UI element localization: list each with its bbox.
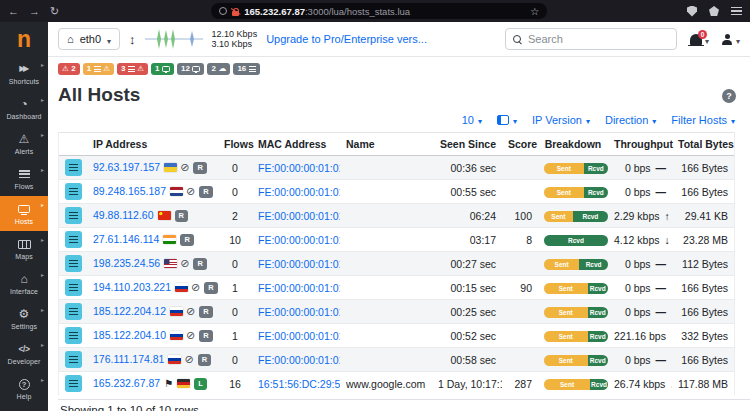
sidebar-item-alerts[interactable]: ⚠Alerts▸ xyxy=(0,126,48,161)
mac-link[interactable]: FE:00:00:00:01:01 xyxy=(258,162,340,174)
insecure-lock-icon[interactable] xyxy=(232,11,239,16)
ip-link[interactable]: 92.63.197.157 xyxy=(93,161,160,173)
remote-host-badge[interactable]: R xyxy=(199,306,212,318)
extension-icon[interactable] xyxy=(709,6,719,16)
search-box[interactable] xyxy=(505,28,677,50)
mac-link[interactable]: FE:00:00:00:01:01 xyxy=(258,282,340,294)
status-badge[interactable]: 16 xyxy=(233,63,259,75)
ip-link[interactable]: 194.110.203.221 xyxy=(93,281,171,293)
interface-select[interactable]: ⌂ eth0 xyxy=(58,28,120,50)
permissions-icon[interactable] xyxy=(219,7,227,15)
host-details-button[interactable] xyxy=(65,207,82,224)
host-details-button[interactable] xyxy=(65,351,82,368)
host-details-button[interactable] xyxy=(65,303,82,320)
column-header-breakdown[interactable]: Breakdown xyxy=(538,133,608,156)
notifications-button[interactable]: 0 xyxy=(690,30,709,48)
upgrade-link[interactable]: Upgrade to Pro/Enterprise vers... xyxy=(266,33,427,45)
ntopng-logo[interactable]: n xyxy=(0,22,48,56)
mac-link[interactable]: FE:00:00:00:01:01 xyxy=(258,330,340,342)
chevron-right-icon: ▸ xyxy=(41,201,44,208)
mac-link[interactable]: FE:00:00:00:01:01 xyxy=(258,210,340,222)
column-header-score[interactable]: Score xyxy=(502,133,538,156)
filter-hosts[interactable]: Filter Hosts xyxy=(671,114,735,126)
sidebar-item-settings[interactable]: ⚙Settings▸ xyxy=(0,301,48,336)
status-badge[interactable]: 3⚠ xyxy=(117,63,148,75)
forward-icon[interactable]: → xyxy=(29,6,40,17)
sidebar-item-developer[interactable]: </>Developer▸ xyxy=(0,336,48,371)
column-header-throughput[interactable]: Throughput xyxy=(608,133,672,156)
host-details-button[interactable] xyxy=(65,279,82,296)
sidebar-item-help[interactable]: ?Help▸ xyxy=(0,371,48,406)
back-icon[interactable]: ← xyxy=(8,6,19,17)
alert-flag-icon: ⚑ xyxy=(164,378,173,389)
mac-link[interactable]: FE:00:00:00:01:01 xyxy=(258,186,340,198)
host-details-button[interactable] xyxy=(65,255,82,272)
column-header-name[interactable]: Name xyxy=(340,133,432,156)
mac-link[interactable]: FE:00:00:00:01:01 xyxy=(258,234,340,246)
sidebar-item-flows[interactable]: Flows▸ xyxy=(0,161,48,196)
remote-host-badge[interactable]: R xyxy=(180,234,193,246)
mac-link[interactable]: 16:51:56:DC:29:53 xyxy=(258,378,340,390)
sidebar-item-hosts[interactable]: Hosts▸ xyxy=(0,196,48,231)
ip-version-filter[interactable]: IP Version xyxy=(532,114,590,126)
status-badge[interactable]: 12 xyxy=(177,63,204,75)
ip-link[interactable]: 27.61.146.114 xyxy=(93,233,159,245)
remote-host-badge[interactable]: R xyxy=(198,354,211,366)
mac-link[interactable]: FE:00:00:00:01:01 xyxy=(258,354,340,366)
breakdown-bar: SentRcvd xyxy=(544,163,608,174)
host-details-button[interactable] xyxy=(65,231,82,248)
ip-link[interactable]: 89.248.165.187 xyxy=(93,185,166,197)
reload-icon[interactable]: ↻ xyxy=(50,6,59,17)
direction-filter[interactable]: Direction xyxy=(605,114,656,126)
remote-host-badge[interactable]: R xyxy=(199,330,212,342)
search-input[interactable] xyxy=(528,33,669,45)
ip-link[interactable]: 176.111.174.81 xyxy=(93,353,164,365)
column-header-flows[interactable]: Flows xyxy=(218,133,252,156)
url-bar[interactable]: 165.232.67.87:3000/lua/hosts_stats.lua ☆ xyxy=(211,3,547,19)
host-details-button[interactable] xyxy=(65,159,82,176)
list-icon xyxy=(69,332,78,339)
status-badge[interactable]: ⚠2 xyxy=(58,63,80,75)
seen-since-cell: 1 Day, 10:17:11 xyxy=(432,372,502,396)
badge-count: 3 xyxy=(121,65,125,73)
bookmark-star-icon[interactable]: ☆ xyxy=(530,6,539,17)
menu-icon[interactable] xyxy=(731,7,742,15)
mac-link[interactable]: FE:00:00:00:01:01 xyxy=(258,258,340,270)
status-badge[interactable]: 2☁ xyxy=(207,63,230,75)
chevron-right-icon: ▸ xyxy=(41,236,44,243)
help-icon[interactable]: ? xyxy=(722,89,736,103)
ip-link[interactable]: 185.122.204.10 xyxy=(93,329,166,341)
interface-icon: ⌂ xyxy=(20,273,27,285)
sidebar-item-shortcuts[interactable]: ▶▶Shortcuts▸ xyxy=(0,56,48,91)
host-details-button[interactable] xyxy=(65,183,82,200)
page-size-select[interactable]: 10 xyxy=(462,114,482,126)
column-header-mac-address[interactable]: MAC Address xyxy=(252,133,340,156)
rcvd-segment: Rcvd xyxy=(573,211,608,222)
remote-host-badge[interactable]: R xyxy=(193,162,206,174)
host-details-button[interactable] xyxy=(65,327,82,344)
ip-link[interactable]: 185.122.204.12 xyxy=(93,305,166,317)
blocked-icon: ⊘ xyxy=(186,185,195,197)
sidebar-item-dashboard[interactable]: ◔Dashboard▸ xyxy=(0,91,48,126)
column-header-seen-since[interactable]: Seen Since xyxy=(432,133,502,156)
columns-selector[interactable] xyxy=(497,114,517,126)
host-menu-cell xyxy=(59,372,87,396)
remote-host-badge[interactable]: R xyxy=(199,186,212,198)
column-header-ip-address[interactable]: IP Address xyxy=(87,133,218,156)
shield-icon[interactable] xyxy=(687,6,697,17)
user-menu-button[interactable] xyxy=(722,30,740,48)
sidebar-item-interface[interactable]: ⌂Interface▸ xyxy=(0,266,48,301)
ip-link[interactable]: 49.88.112.60 xyxy=(93,209,154,221)
remote-host-badge[interactable]: R xyxy=(193,258,206,270)
local-host-badge[interactable]: L xyxy=(194,378,207,390)
ip-link[interactable]: 198.235.24.56 xyxy=(93,257,160,269)
remote-host-badge[interactable]: R xyxy=(204,282,217,294)
mac-link[interactable]: FE:00:00:00:01:01 xyxy=(258,306,340,318)
status-badge[interactable]: 1 xyxy=(151,63,174,75)
host-details-button[interactable] xyxy=(65,375,82,392)
column-header-total-bytes[interactable]: Total Bytes xyxy=(672,133,734,156)
sidebar-item-maps[interactable]: Maps▸ xyxy=(0,231,48,266)
remote-host-badge[interactable]: R xyxy=(175,210,188,222)
ip-link[interactable]: 165.232.67.87 xyxy=(93,377,160,389)
status-badge[interactable]: 1⚠ xyxy=(83,63,114,75)
